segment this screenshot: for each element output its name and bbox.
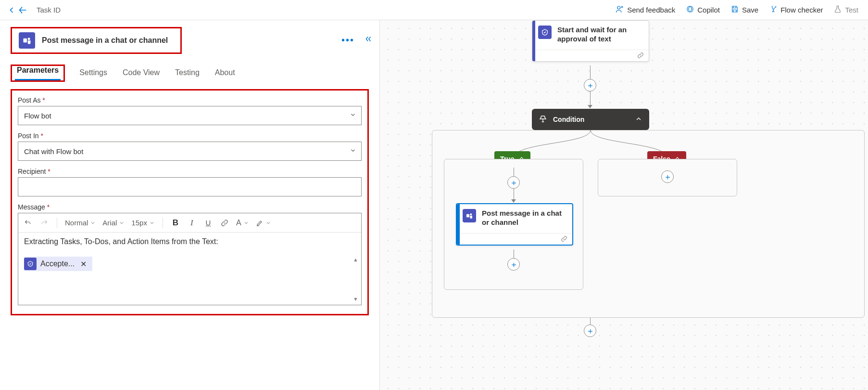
breadcrumb[interactable]: Task ID [37,6,61,14]
post-message-card[interactable]: Post message in a chat or channel [456,203,573,246]
scroll-down-icon[interactable]: ▼ [353,296,358,302]
svg-point-7 [470,213,472,215]
message-label: Message * [18,203,362,211]
feedback-icon [616,5,624,15]
flow-checker-icon [769,5,778,15]
tab-about[interactable]: About [214,65,236,82]
rte-toolbar: Normal Arial 15px B I U A [18,213,361,233]
top-bar: Task ID Send feedback Copilot Save Flow … [0,0,868,20]
post-as-select[interactable]: Flow bot [18,106,362,125]
back-button[interactable] [7,5,16,15]
approval-title: Start and wait for an approval of text [557,26,643,44]
italic-button[interactable]: I [187,218,197,228]
recipient-input[interactable] [18,177,362,196]
post-in-label: Post In * [18,132,362,140]
post-as-value: Flow bot [24,112,51,120]
collapse-pane-button[interactable] [364,35,373,46]
topbar-right: Send feedback Copilot Save Flow checker … [616,5,858,15]
token-label: Accepte... [40,260,75,268]
svg-point-1 [621,6,623,8]
svg-rect-6 [466,214,469,218]
add-step-button[interactable]: ＋ [507,176,520,189]
add-step-button[interactable]: ＋ [507,258,520,271]
save-label: Save [742,6,758,14]
post-in-select[interactable]: Chat with Flow bot [18,142,362,161]
connection-icon [637,52,644,59]
copilot-label: Copilot [697,6,720,14]
post-as-label: Post As * [18,96,362,104]
copilot-button[interactable]: Copilot [686,5,720,15]
message-text: Extracting Tasks, To-Dos, and Action Ite… [24,237,355,246]
dynamic-token[interactable]: Accepte... ✕ [24,257,92,271]
size-dropdown[interactable]: 15px [131,219,155,227]
underline-button[interactable]: U [203,219,213,227]
save-icon [730,5,739,15]
tab-parameters[interactable]: Parameters [15,62,61,80]
post-in-value: Chat with Flow bot [24,147,83,156]
post-message-title: Post message in a chat or channel [482,209,566,227]
font-dropdown[interactable]: Arial [102,219,125,227]
test-label: Test [845,6,858,14]
flow-checker-button[interactable]: Flow checker [769,5,823,15]
tab-code-view[interactable]: Code View [122,65,161,82]
token-remove-button[interactable]: ✕ [78,260,88,269]
bold-button[interactable]: B [171,218,180,228]
token-icon [24,258,37,270]
test-icon [833,5,842,15]
svg-rect-4 [24,39,27,42]
message-editor[interactable]: Normal Arial 15px B I U A Extracting Tas… [18,213,362,305]
action-header[interactable]: Post message in a chat or channel [11,27,182,54]
add-step-button[interactable]: ＋ [584,79,596,91]
test-button[interactable]: Test [833,5,858,15]
condition-label: Condition [553,116,584,123]
undo-button[interactable] [23,219,33,227]
action-title: Post message in a chat or channel [42,36,168,45]
tab-settings[interactable]: Settings [78,65,108,82]
condition-card[interactable]: Condition [532,109,649,130]
connection-icon [561,235,567,242]
style-dropdown[interactable]: Normal [65,219,96,227]
tab-testing[interactable]: Testing [174,65,201,82]
topbar-left: Task ID [7,5,61,15]
message-body[interactable]: Extracting Tasks, To-Dos, and Action Ite… [18,233,361,305]
flow-checker-label: Flow checker [780,6,823,14]
details-pane: Post message in a chat or channel ••• Pa… [0,20,380,390]
add-step-button[interactable]: ＋ [661,170,674,183]
more-menu-button[interactable]: ••• [341,35,354,46]
approval-card[interactable]: Start and wait for an approval of text [532,20,649,62]
send-feedback-button[interactable]: Send feedback [616,5,675,15]
feedback-label: Send feedback [627,6,675,14]
svg-point-5 [28,38,30,40]
recipient-label: Recipient * [18,168,362,175]
font-color-button[interactable]: A [236,219,249,227]
chevron-down-icon [350,147,356,156]
scroll-up-icon[interactable]: ▲ [353,257,358,262]
add-step-button[interactable]: ＋ [584,325,596,337]
chevron-up-icon[interactable] [635,115,642,124]
svg-point-0 [617,6,620,9]
highlight-button[interactable] [256,219,271,227]
link-button[interactable] [220,219,229,227]
teams-icon [463,209,476,222]
condition-icon [539,115,547,125]
approval-icon [538,26,552,39]
copilot-icon [686,5,694,15]
back-arrow-icon[interactable] [17,5,28,15]
flow-canvas[interactable]: Start and wait for an approval of text ＋… [380,20,868,390]
tabs: Parameters Settings Code View Testing Ab… [11,65,369,82]
chevron-down-icon [350,112,356,120]
redo-button[interactable] [39,219,49,227]
save-button[interactable]: Save [730,5,758,15]
parameters-panel: Post As * Flow bot Post In * Chat with F… [11,89,369,315]
teams-icon [19,32,35,49]
